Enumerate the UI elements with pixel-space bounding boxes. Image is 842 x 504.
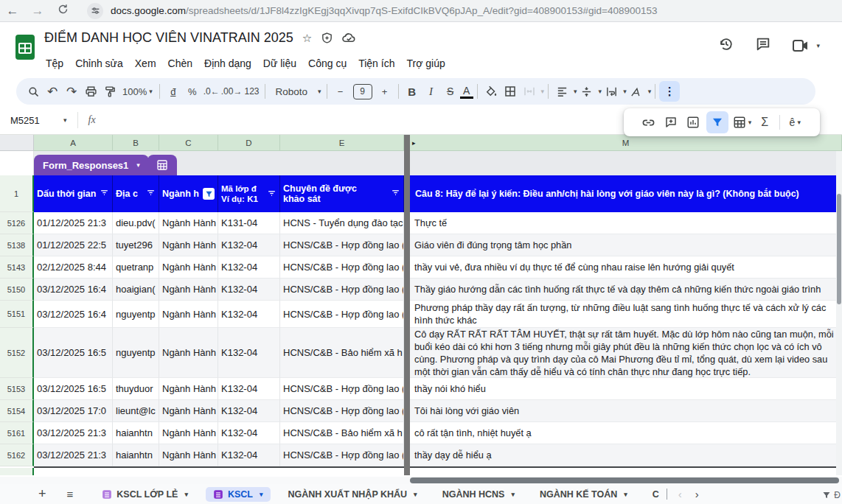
sheet-tab[interactable]: NGÀNH KẾ TOÁN ▾: [532, 487, 635, 502]
all-sheets-icon[interactable]: ≡: [67, 488, 73, 500]
menu-item[interactable]: Công cụ: [302, 55, 352, 71]
cell-chuyende[interactable]: HCNS/C&B - Hợp đồng lao (: [280, 279, 404, 301]
strikethrough-button[interactable]: S: [441, 82, 460, 101]
number-format-button[interactable]: 123: [242, 82, 261, 101]
cell-chuyende[interactable]: HCNS/C&B - Hợp đồng lao (: [280, 400, 404, 422]
cell-malop[interactable]: K131-04: [218, 212, 280, 234]
cell-chuyende[interactable]: HCNS - Tuyển dụng đào tạc: [280, 212, 404, 234]
increase-decimal-button[interactable]: .00→: [221, 82, 243, 101]
undo-icon[interactable]: ↶: [43, 82, 62, 101]
row-header[interactable]: 5162: [0, 444, 34, 466]
row-header[interactable]: 5151: [0, 301, 34, 328]
frozen-pane-divider[interactable]: [404, 135, 410, 475]
cell-nganh[interactable]: Ngành Hành: [159, 212, 218, 234]
cell-chuyende[interactable]: HCNS/C&B - Hợp đồng lao (: [280, 301, 404, 328]
cell-chuyende[interactable]: HCNS/C&B - Hợp đồng lao (: [280, 234, 404, 256]
filter-icon[interactable]: [100, 188, 109, 200]
header-cell-malop[interactable]: Mã lớp đ Ví dụ: K1: [218, 175, 280, 212]
select-all-corner[interactable]: [0, 135, 34, 151]
header-cell-timestamp[interactable]: Dấu thời gian: [34, 175, 113, 212]
font-family-select[interactable]: Roboto▾: [269, 82, 322, 101]
insert-link-icon[interactable]: [640, 113, 658, 132]
column-header-C[interactable]: C: [159, 135, 218, 151]
address-bar[interactable]: docs.google.com/spreadsheets/d/1JF8l4zzI…: [111, 5, 658, 16]
cell-nganh[interactable]: Ngành Hành: [159, 256, 218, 279]
sheet-tab[interactable]: NGÀNH XUẤT NHẬP KHẨU ▾: [281, 487, 425, 502]
column-header-D[interactable]: D: [218, 135, 280, 151]
cell-nganh[interactable]: Ngành Hành: [159, 378, 218, 400]
cloud-saved-icon[interactable]: [342, 32, 356, 44]
filter-active-icon[interactable]: [203, 188, 215, 200]
cell-cau8-answer[interactable]: Cô dạy RẤT RẤT RẤT TÂM HUYẾT, thật sự rấ…: [410, 328, 842, 378]
document-title[interactable]: ĐIỂM DANH HỌC VIÊN VINATRAIN 2025: [44, 30, 293, 46]
text-wrap-caret-icon[interactable]: ▾: [623, 88, 627, 95]
tab-caret-icon[interactable]: ▾: [184, 491, 188, 498]
cell-cau8-answer[interactable]: Thực tế: [410, 212, 842, 234]
cell-cau8-answer[interactable]: cô rất tận tình, nhiệt huyết ạ: [410, 422, 842, 444]
cell-timestamp[interactable]: 02/12/2025 8:44: [34, 256, 113, 279]
table-chip-caret-icon[interactable]: ▾: [136, 161, 140, 169]
cell-email[interactable]: tuyet296: [113, 234, 159, 256]
cell-nganh[interactable]: Ngành Hành: [159, 400, 218, 422]
vertical-scrollbar[interactable]: [836, 151, 842, 475]
cell-cau8-answer[interactable]: Giáo viên đi đúng trọng tâm học phần: [410, 234, 842, 256]
cell-timestamp[interactable]: 03/12/2025 21:3: [34, 444, 113, 466]
row-header[interactable]: 5143: [0, 256, 34, 279]
header-cell-email[interactable]: Địa c: [113, 175, 159, 212]
cell-email[interactable]: dieu.pdv(: [113, 212, 159, 234]
cell-chuyende[interactable]: HCNS/C&B - Hợp đồng lao (: [280, 378, 404, 400]
prev-sheets-icon[interactable]: ‹: [678, 488, 682, 500]
horizontal-scrollbar[interactable]: [0, 477, 842, 484]
comments-icon[interactable]: [755, 36, 771, 55]
menu-item[interactable]: Dữ liệu: [257, 55, 302, 71]
filter-icon[interactable]: [146, 188, 156, 200]
row-header[interactable]: 5138: [0, 234, 34, 256]
table-views-icon[interactable]: ▾: [733, 113, 752, 132]
row-header[interactable]: 5150: [0, 279, 34, 301]
cell-email[interactable]: nguyentp: [113, 328, 159, 378]
star-icon[interactable]: ☆: [302, 32, 312, 45]
header-cell-cau8[interactable]: Câu 8: Hãy để lại ý kiến: Điều anh/chị h…: [410, 175, 842, 212]
row-header[interactable]: 5154: [0, 400, 34, 422]
accents-icon[interactable]: ê▾: [786, 113, 804, 132]
cell-malop[interactable]: K132-04: [218, 378, 280, 400]
sheet-tab[interactable]: C: [645, 487, 667, 502]
column-header-B[interactable]: B: [113, 135, 159, 151]
menu-item[interactable]: Chỉnh sửa: [69, 55, 129, 71]
cell-timestamp[interactable]: 03/12/2025 21:3: [34, 422, 113, 444]
approvals-shield-icon[interactable]: [321, 32, 333, 44]
column-header-M[interactable]: ▸ M: [410, 135, 842, 151]
cell-cau8-answer[interactable]: thầy nói khó hiểu: [410, 378, 842, 400]
redo-icon[interactable]: ↷: [62, 82, 81, 101]
cell-malop[interactable]: K132-04: [218, 301, 280, 328]
cell-malop[interactable]: K132-04: [218, 422, 280, 444]
name-box[interactable]: M5251: [0, 115, 63, 126]
cell-cau8-answer[interactable]: Thầy giáo hướng dẫn các tình huống rất t…: [410, 279, 842, 301]
cell-nganh[interactable]: Ngành Hành: [159, 301, 218, 328]
sheet-tab[interactable]: KSCL LỚP LẺ ▾: [94, 487, 195, 502]
cell-malop[interactable]: K132-04: [218, 444, 280, 466]
browser-back-icon[interactable]: ←: [0, 4, 25, 18]
paint-format-icon[interactable]: [100, 82, 119, 101]
hidden-columns-icon[interactable]: ▸: [412, 139, 416, 147]
cell-chuyende[interactable]: HCNS/C&B - Bảo hiểm xã h: [280, 422, 404, 444]
cell-chuyende[interactable]: HCNS/C&B - Hợp đồng lao (: [280, 256, 404, 279]
row-header[interactable]: 5153: [0, 378, 34, 400]
sheets-logo-icon[interactable]: [15, 33, 35, 64]
italic-button[interactable]: I: [422, 82, 441, 101]
tab-caret-icon[interactable]: ▾: [624, 491, 627, 498]
decrease-font-size-button[interactable]: −: [331, 82, 350, 101]
vertical-scrollbar-thumb[interactable]: [837, 194, 841, 304]
format-currency-button[interactable]: đ: [164, 82, 183, 101]
header-cell-nganh[interactable]: Ngành h: [159, 175, 218, 212]
horizontal-align-caret-icon[interactable]: ▾: [574, 88, 577, 95]
table-views-caret-icon[interactable]: ▾: [748, 119, 752, 126]
fill-color-button[interactable]: [481, 82, 501, 101]
column-header-E[interactable]: E: [280, 135, 404, 151]
site-settings-icon[interactable]: [87, 3, 103, 19]
row-header[interactable]: 5152: [0, 328, 34, 378]
menu-item[interactable]: Trợ giúp: [400, 55, 450, 71]
table-menu-icon[interactable]: [147, 155, 177, 175]
menu-item[interactable]: Tiện ích: [352, 55, 400, 71]
meet-caret-icon[interactable]: ▾: [816, 42, 820, 49]
